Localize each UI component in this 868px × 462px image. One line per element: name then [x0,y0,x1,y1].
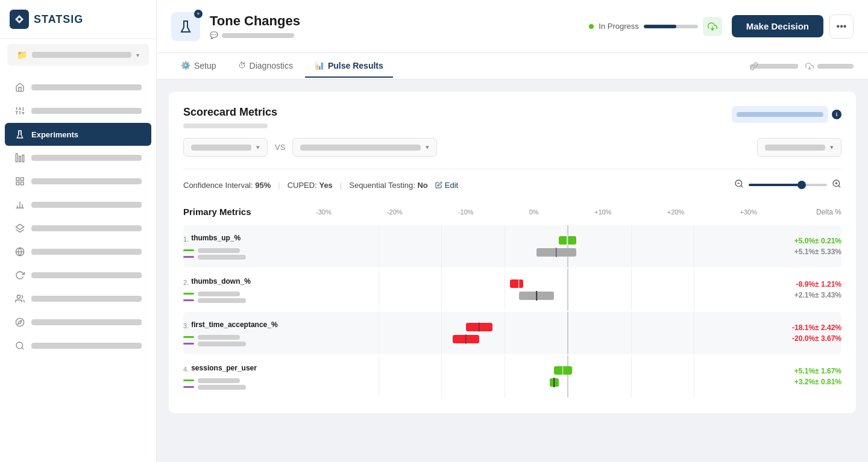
sliders-icon [14,105,25,116]
line-color-green [183,379,194,381]
sidebar-item-mlops[interactable] [5,264,151,287]
metric-legend-bar [198,292,240,296]
vs-separator: VS [275,143,285,152]
chart-axis: -30% -20% -10% 0% +10% +20% +30% [316,208,757,216]
info-icon[interactable]: i [832,110,841,119]
primary-metrics-title: Primary Metrics [183,207,316,217]
cuped-value: Yes [319,181,332,190]
metric-legend-bar [198,378,240,383]
app-name: STATSIG [34,13,83,26]
sidebar-item-label [31,178,142,184]
tab-setup[interactable]: ⚙️ Setup [171,55,226,78]
refresh-icon [14,270,25,281]
export-button[interactable] [703,17,722,36]
line-color-purple [183,386,194,388]
status-dot [589,24,594,29]
sidebar-item-label [31,108,142,114]
select-text [191,145,251,151]
line-color-green [183,249,194,251]
sidebar-item-label [31,272,142,278]
svg-rect-13 [22,155,24,161]
metric-name: first_time_acceptance_% [191,320,277,329]
tabs-right-actions [750,62,854,70]
line-color-green [183,293,194,295]
delta-value-1: +5.1%± 1.67% [764,366,841,376]
ci-label: Confidence Interval: 95% [183,181,271,190]
experiment-subtitle: 💬 [210,31,579,39]
axis-label-neg30: -30% [316,208,332,216]
sidebar-item-layers[interactable] [5,217,151,240]
svg-rect-14 [16,178,19,181]
workspace-folder[interactable]: 📁 ▾ [7,44,149,66]
ci-center-mark [479,322,480,332]
zoom-out-icon[interactable] [734,179,744,191]
metric-row: 3. first_time_acceptance_% [183,312,841,354]
metric-name-col: 4. sessions_per_user [183,359,316,395]
metric-legend-bar [198,385,246,390]
sidebar-item-targeting[interactable] [5,240,151,263]
tabs-bar: ⚙️ Setup ⏱ Diagnostics 📊 Pulse Results [157,53,868,80]
metric-legend-bar [198,248,240,253]
metric-number: 1. [183,236,189,243]
sidebar-item-experiments[interactable]: Experiments [5,123,151,146]
scorecard-subtitle [183,123,268,128]
sidebar-item-label [31,202,142,208]
tab-pulse-results[interactable]: 📊 Pulse Results [305,55,393,78]
chart-col [316,269,757,311]
sidebar-item-label [31,343,142,349]
users-icon [14,293,25,304]
group-b-dropdown[interactable]: ▾ [292,138,437,157]
metric-row: 4. sessions_per_user [183,355,841,398]
svg-point-26 [16,318,24,326]
sidebar-item-compass[interactable] [5,311,151,334]
metric-number: 3. [183,322,189,329]
select-text [300,145,421,151]
diagnostics-icon: ⏱ [238,61,246,70]
delta-col: -8.9%± 1.21% +2.1%± 3.43% [757,274,841,305]
axis-label-0: 0% [529,208,539,216]
status-text: In Progress [599,22,638,31]
sidebar-item-search[interactable] [5,334,151,357]
tab-diagnostics[interactable]: ⏱ Diagnostics [228,55,303,78]
sidebar-item-analytics[interactable] [5,146,151,169]
sidebar-item-metrics[interactable] [5,99,151,122]
sidebar-item-users[interactable] [5,287,151,310]
svg-marker-27 [18,320,22,324]
ci-center-mark [465,334,467,345]
axis-label-neg10: -10% [458,208,474,216]
metric-name: sessions_per_user [191,364,257,372]
svg-point-25 [17,295,20,298]
link-label [762,64,798,69]
logo-icon [10,10,29,29]
delta-value-2: +2.1%± 3.43% [764,290,841,301]
metric-row: 2. thumbs_down_% [183,269,841,311]
chart-col [316,355,757,398]
group-a-dropdown[interactable]: ▾ [183,138,268,157]
select-text [765,145,825,151]
sequential-value: No [417,181,427,190]
filter-dropdown[interactable] [732,106,828,123]
line-color-purple [183,299,194,301]
controls-row: Confidence Interval: 95% | CUPED: Yes | … [183,169,841,191]
edit-button[interactable]: Edit [435,181,458,190]
metric-legend-bar [198,255,246,260]
more-options-button[interactable]: ••• [829,14,854,39]
sidebar: STATSIG 📁 ▾ [0,0,157,462]
chevron-down-icon: ▾ [830,143,834,151]
search-icon [14,340,25,351]
metric-type-dropdown[interactable]: ▾ [757,138,841,157]
sidebar-item-label [31,84,142,90]
svg-rect-17 [20,182,24,185]
axis-label-pos30: +30% [740,208,756,216]
ci-center-mark [556,248,557,258]
sidebar-item-home[interactable] [5,76,151,99]
sidebar-item-experiments-label: Experiments [31,130,78,139]
ci-bar-red [510,279,523,288]
folder-icon: 📁 [17,50,27,60]
zoom-slider[interactable] [749,184,827,186]
sidebar-item-dashboards[interactable] [5,170,151,193]
zoom-in-icon[interactable] [832,179,841,191]
globe-icon [14,246,25,257]
sidebar-item-reports[interactable] [5,193,151,216]
make-decision-button[interactable]: Make Decision [732,15,823,37]
